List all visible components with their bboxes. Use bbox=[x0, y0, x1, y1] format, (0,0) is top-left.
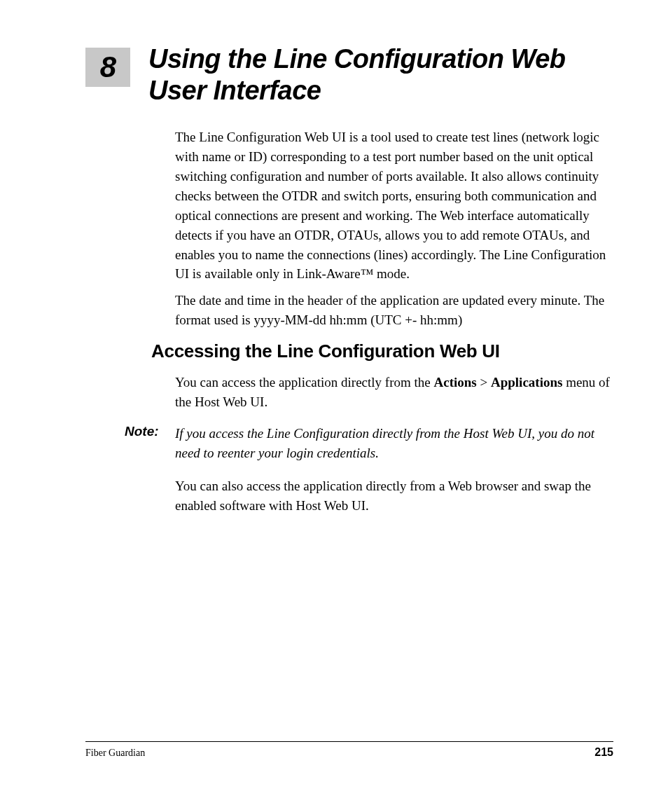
chapter-title: Using the Line Configuration Web User In… bbox=[148, 43, 613, 106]
chapter-heading: 8 Using the Line Configuration Web User … bbox=[85, 43, 613, 106]
access-paragraph-2: You can also access the application dire… bbox=[175, 476, 613, 516]
intro-paragraph-1: The Line Configuration Web UI is a tool … bbox=[175, 128, 613, 284]
section-heading-access: Accessing the Line Configuration Web UI bbox=[151, 340, 613, 362]
text-run: > bbox=[477, 375, 491, 390]
heading-text: Accessing the Line Configuration Web UI bbox=[151, 340, 613, 362]
paragraph-text: You can also access the application dire… bbox=[175, 476, 613, 516]
footer-doc-title: Fiber Guardian bbox=[85, 748, 145, 759]
chapter-number-box: 8 bbox=[85, 48, 130, 87]
page: 8 Using the Line Configuration Web User … bbox=[0, 0, 668, 812]
paragraph-text: You can access the application directly … bbox=[175, 373, 613, 412]
bold-actions: Actions bbox=[434, 375, 477, 390]
note-block: Note: If you access the Line Configurati… bbox=[125, 424, 613, 463]
access-paragraph-1: You can access the application directly … bbox=[175, 373, 613, 412]
intro-paragraph-2: The date and time in the header of the a… bbox=[175, 291, 613, 330]
note-body: If you access the Line Configuration dir… bbox=[175, 424, 613, 463]
paragraph-text: The date and time in the header of the a… bbox=[175, 291, 613, 330]
footer-page-number: 215 bbox=[594, 746, 613, 759]
chapter-number: 8 bbox=[100, 50, 116, 84]
text-run: You can access the application directly … bbox=[175, 375, 434, 390]
paragraph-text: The Line Configuration Web UI is a tool … bbox=[175, 128, 613, 284]
page-footer: Fiber Guardian 215 bbox=[85, 741, 613, 759]
note-label: Note: bbox=[125, 424, 175, 439]
bold-applications: Applications bbox=[491, 375, 562, 390]
